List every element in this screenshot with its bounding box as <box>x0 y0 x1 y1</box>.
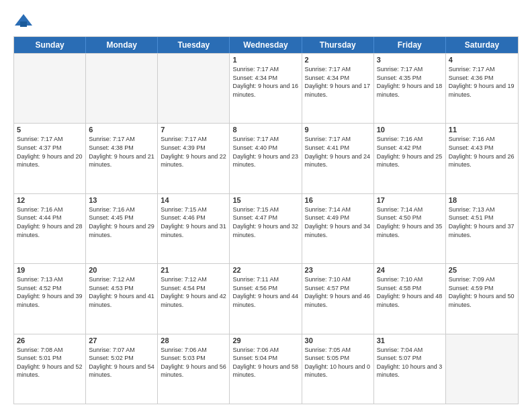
empty-cell <box>158 54 230 123</box>
day-header-thursday: Thursday <box>302 37 374 53</box>
logo <box>13 11 36 31</box>
day-cell-27: 27Sunrise: 7:07 AM Sunset: 5:02 PM Dayli… <box>86 334 158 404</box>
day-cell-14: 14Sunrise: 7:15 AM Sunset: 4:46 PM Dayli… <box>158 194 230 263</box>
day-cell-6: 6Sunrise: 7:17 AM Sunset: 4:38 PM Daylig… <box>86 124 158 193</box>
day-cell-30: 30Sunrise: 7:05 AM Sunset: 5:05 PM Dayli… <box>302 334 374 404</box>
day-cell-17: 17Sunrise: 7:14 AM Sunset: 4:50 PM Dayli… <box>374 194 446 263</box>
day-cell-7: 7Sunrise: 7:17 AM Sunset: 4:39 PM Daylig… <box>158 124 230 193</box>
cell-info: Sunrise: 7:05 AM Sunset: 5:05 PM Dayligh… <box>305 346 371 379</box>
day-cell-16: 16Sunrise: 7:14 AM Sunset: 4:49 PM Dayli… <box>302 194 374 263</box>
day-number: 20 <box>89 266 154 274</box>
day-cell-24: 24Sunrise: 7:10 AM Sunset: 4:58 PM Dayli… <box>374 264 446 333</box>
day-cell-11: 11Sunrise: 7:16 AM Sunset: 4:43 PM Dayli… <box>446 124 518 193</box>
day-cell-3: 3Sunrise: 7:17 AM Sunset: 4:35 PM Daylig… <box>374 54 446 123</box>
day-number: 24 <box>377 266 443 274</box>
day-number: 23 <box>305 266 371 274</box>
cell-info: Sunrise: 7:11 AM Sunset: 4:56 PM Dayligh… <box>232 275 298 309</box>
day-cell-31: 31Sunrise: 7:04 AM Sunset: 5:07 PM Dayli… <box>374 334 446 404</box>
cell-info: Sunrise: 7:14 AM Sunset: 4:49 PM Dayligh… <box>305 205 371 239</box>
day-number: 2 <box>305 56 371 64</box>
day-cell-9: 9Sunrise: 7:17 AM Sunset: 4:41 PM Daylig… <box>302 124 374 193</box>
day-number: 25 <box>449 266 515 274</box>
cell-info: Sunrise: 7:17 AM Sunset: 4:40 PM Dayligh… <box>232 135 298 169</box>
logo-icon <box>13 11 34 31</box>
calendar-row-4: 19Sunrise: 7:13 AM Sunset: 4:52 PM Dayli… <box>14 263 518 333</box>
calendar: SundayMondayTuesdayWednesdayThursdayFrid… <box>13 36 519 404</box>
cell-info: Sunrise: 7:17 AM Sunset: 4:36 PM Dayligh… <box>449 65 515 99</box>
day-cell-22: 22Sunrise: 7:11 AM Sunset: 4:56 PM Dayli… <box>230 264 302 333</box>
day-number: 13 <box>89 196 154 204</box>
day-number: 7 <box>161 126 226 134</box>
calendar-row-1: 1Sunrise: 7:17 AM Sunset: 4:34 PM Daylig… <box>14 53 518 123</box>
svg-rect-1 <box>20 21 27 27</box>
day-header-wednesday: Wednesday <box>230 37 302 53</box>
day-number: 28 <box>161 336 226 345</box>
cell-info: Sunrise: 7:17 AM Sunset: 4:37 PM Dayligh… <box>17 135 83 169</box>
header <box>13 11 519 31</box>
cell-info: Sunrise: 7:13 AM Sunset: 4:51 PM Dayligh… <box>449 205 515 239</box>
day-number: 31 <box>377 336 443 345</box>
day-number: 29 <box>232 336 298 345</box>
day-number: 17 <box>377 196 443 204</box>
cell-info: Sunrise: 7:15 AM Sunset: 4:46 PM Dayligh… <box>161 205 226 239</box>
day-cell-18: 18Sunrise: 7:13 AM Sunset: 4:51 PM Dayli… <box>446 194 518 263</box>
day-header-saturday: Saturday <box>446 37 518 53</box>
cell-info: Sunrise: 7:17 AM Sunset: 4:41 PM Dayligh… <box>305 135 371 169</box>
day-cell-5: 5Sunrise: 7:17 AM Sunset: 4:37 PM Daylig… <box>14 124 86 193</box>
cell-info: Sunrise: 7:16 AM Sunset: 4:43 PM Dayligh… <box>449 135 515 169</box>
day-cell-21: 21Sunrise: 7:12 AM Sunset: 4:54 PM Dayli… <box>158 264 230 333</box>
cell-info: Sunrise: 7:12 AM Sunset: 4:53 PM Dayligh… <box>89 275 154 309</box>
day-number: 1 <box>232 56 298 64</box>
day-number: 12 <box>17 196 83 204</box>
day-cell-12: 12Sunrise: 7:16 AM Sunset: 4:44 PM Dayli… <box>14 194 86 263</box>
day-header-tuesday: Tuesday <box>158 37 230 53</box>
cell-info: Sunrise: 7:17 AM Sunset: 4:39 PM Dayligh… <box>161 135 226 169</box>
day-cell-13: 13Sunrise: 7:16 AM Sunset: 4:45 PM Dayli… <box>86 194 158 263</box>
day-cell-26: 26Sunrise: 7:08 AM Sunset: 5:01 PM Dayli… <box>14 334 86 404</box>
empty-cell <box>446 334 518 404</box>
calendar-body: 1Sunrise: 7:17 AM Sunset: 4:34 PM Daylig… <box>14 53 518 404</box>
day-header-sunday: Sunday <box>14 37 86 53</box>
day-number: 16 <box>305 196 371 204</box>
cell-info: Sunrise: 7:16 AM Sunset: 4:45 PM Dayligh… <box>89 205 154 239</box>
calendar-row-5: 26Sunrise: 7:08 AM Sunset: 5:01 PM Dayli… <box>14 334 518 404</box>
day-number: 21 <box>161 266 226 274</box>
cell-info: Sunrise: 7:16 AM Sunset: 4:42 PM Dayligh… <box>377 135 443 169</box>
day-number: 6 <box>89 126 154 134</box>
day-cell-10: 10Sunrise: 7:16 AM Sunset: 4:42 PM Dayli… <box>374 124 446 193</box>
day-cell-4: 4Sunrise: 7:17 AM Sunset: 4:36 PM Daylig… <box>446 54 518 123</box>
day-number: 4 <box>449 56 515 64</box>
day-number: 15 <box>232 196 298 204</box>
day-number: 26 <box>17 336 83 345</box>
day-cell-25: 25Sunrise: 7:09 AM Sunset: 4:59 PM Dayli… <box>446 264 518 333</box>
cell-info: Sunrise: 7:16 AM Sunset: 4:44 PM Dayligh… <box>17 205 83 239</box>
day-number: 10 <box>377 126 443 134</box>
cell-info: Sunrise: 7:09 AM Sunset: 4:59 PM Dayligh… <box>449 275 515 309</box>
day-number: 8 <box>232 126 298 134</box>
day-number: 3 <box>377 56 443 64</box>
cell-info: Sunrise: 7:04 AM Sunset: 5:07 PM Dayligh… <box>377 346 443 379</box>
day-number: 30 <box>305 336 371 345</box>
day-cell-29: 29Sunrise: 7:06 AM Sunset: 5:04 PM Dayli… <box>230 334 302 404</box>
day-number: 11 <box>449 126 515 134</box>
cell-info: Sunrise: 7:08 AM Sunset: 5:01 PM Dayligh… <box>17 346 83 379</box>
day-cell-19: 19Sunrise: 7:13 AM Sunset: 4:52 PM Dayli… <box>14 264 86 333</box>
cell-info: Sunrise: 7:17 AM Sunset: 4:38 PM Dayligh… <box>89 135 154 169</box>
cell-info: Sunrise: 7:17 AM Sunset: 4:34 PM Dayligh… <box>232 65 298 99</box>
calendar-row-3: 12Sunrise: 7:16 AM Sunset: 4:44 PM Dayli… <box>14 193 518 263</box>
day-number: 14 <box>161 196 226 204</box>
calendar-row-2: 5Sunrise: 7:17 AM Sunset: 4:37 PM Daylig… <box>14 123 518 193</box>
page: SundayMondayTuesdayWednesdayThursdayFrid… <box>0 0 532 411</box>
cell-info: Sunrise: 7:06 AM Sunset: 5:04 PM Dayligh… <box>232 346 298 379</box>
cell-info: Sunrise: 7:17 AM Sunset: 4:34 PM Dayligh… <box>305 65 371 99</box>
empty-cell <box>14 54 86 123</box>
cell-info: Sunrise: 7:07 AM Sunset: 5:02 PM Dayligh… <box>89 346 154 379</box>
day-number: 9 <box>305 126 371 134</box>
empty-cell <box>86 54 158 123</box>
day-number: 19 <box>17 266 83 274</box>
cell-info: Sunrise: 7:12 AM Sunset: 4:54 PM Dayligh… <box>161 275 226 309</box>
day-number: 22 <box>232 266 298 274</box>
cell-info: Sunrise: 7:15 AM Sunset: 4:47 PM Dayligh… <box>232 205 298 239</box>
day-header-monday: Monday <box>86 37 158 53</box>
cell-info: Sunrise: 7:10 AM Sunset: 4:58 PM Dayligh… <box>377 275 443 309</box>
